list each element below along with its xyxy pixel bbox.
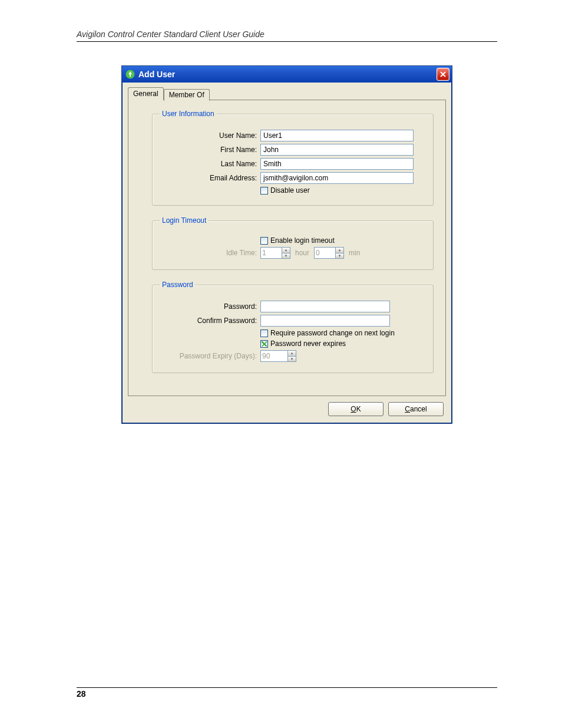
enable-login-timeout-checkbox[interactable]: Enable login timeout: [260, 236, 335, 245]
password-never-expires-label: Password never expires: [270, 340, 346, 348]
enable-login-timeout-label: Enable login timeout: [270, 236, 335, 245]
tabstrip: General Member Of: [128, 87, 446, 100]
label-password: Password:: [160, 302, 260, 311]
idle-hour-input[interactable]: [260, 247, 282, 259]
spin-down-icon[interactable]: ▼: [282, 253, 290, 259]
title-bar[interactable]: Add User: [122, 66, 452, 83]
hour-unit: hour: [295, 249, 309, 257]
label-idle-time: Idle Time:: [160, 249, 260, 257]
spin-up-icon[interactable]: ▲: [282, 247, 290, 253]
checkbox-icon: [260, 330, 268, 337]
idle-min-input[interactable]: [314, 247, 335, 259]
disable-user-checkbox[interactable]: Disable user: [260, 186, 310, 195]
disable-user-label: Disable user: [270, 186, 310, 195]
user-up-icon: [125, 70, 135, 79]
dialog-actions: OK Cancel: [128, 396, 446, 417]
legend-user-information: User Information: [160, 110, 217, 118]
group-password: Password Password: Confirm Password:: [152, 281, 434, 373]
document-header: Avigilon Control Center Standard Client …: [77, 29, 497, 42]
cancel-button[interactable]: Cancel: [388, 402, 444, 416]
dialog-body: General Member Of User Information User …: [122, 83, 452, 423]
tab-member-of[interactable]: Member Of: [164, 89, 210, 101]
label-password-expiry: Password Expiry (Days):: [160, 352, 260, 360]
label-last-name: Last Name:: [160, 160, 260, 168]
user-name-input[interactable]: [260, 130, 414, 141]
password-never-expires-checkbox[interactable]: Password never expires: [260, 340, 346, 348]
idle-hour-spinner[interactable]: ▲▼: [260, 247, 290, 259]
spin-up-icon[interactable]: ▲: [335, 247, 344, 253]
idle-min-spinner[interactable]: ▲▼: [314, 247, 344, 259]
tab-panel-general: User Information User Name: First Name: …: [128, 100, 446, 396]
add-user-dialog: Add User General Member Of User Informat…: [121, 65, 452, 424]
legend-password: Password: [160, 281, 196, 289]
require-password-change-checkbox[interactable]: Require password change on next login: [260, 329, 395, 337]
checkbox-icon: [260, 187, 268, 195]
password-input[interactable]: [260, 301, 390, 312]
document-page: Avigilon Control Center Standard Client …: [0, 0, 562, 728]
label-email: Email Address:: [160, 174, 260, 182]
password-expiry-spinner[interactable]: ▲▼: [260, 350, 296, 362]
label-confirm-password: Confirm Password:: [160, 317, 260, 325]
email-input[interactable]: [260, 172, 414, 184]
page-number: 28: [77, 687, 497, 699]
dialog-title: Add User: [138, 70, 175, 79]
ok-button[interactable]: OK: [328, 402, 384, 416]
spin-up-icon[interactable]: ▲: [287, 350, 296, 356]
checkbox-icon: [260, 237, 268, 245]
checkbox-checked-icon: [260, 340, 268, 348]
legend-login-timeout: Login Timeout: [160, 216, 209, 225]
min-unit: min: [349, 249, 360, 257]
confirm-password-input[interactable]: [260, 315, 390, 327]
group-user-information: User Information User Name: First Name: …: [152, 110, 434, 206]
tab-general[interactable]: General: [128, 87, 164, 100]
label-user-name: User Name:: [160, 131, 260, 140]
first-name-input[interactable]: [260, 144, 414, 156]
label-first-name: First Name:: [160, 146, 260, 154]
password-expiry-input[interactable]: [260, 350, 287, 362]
last-name-input[interactable]: [260, 158, 414, 170]
require-password-change-label: Require password change on next login: [270, 329, 395, 337]
spin-down-icon[interactable]: ▼: [287, 356, 296, 363]
spin-down-icon[interactable]: ▼: [335, 253, 344, 259]
close-button[interactable]: [437, 68, 449, 81]
group-login-timeout: Login Timeout Enable login timeout Idle …: [152, 216, 434, 270]
